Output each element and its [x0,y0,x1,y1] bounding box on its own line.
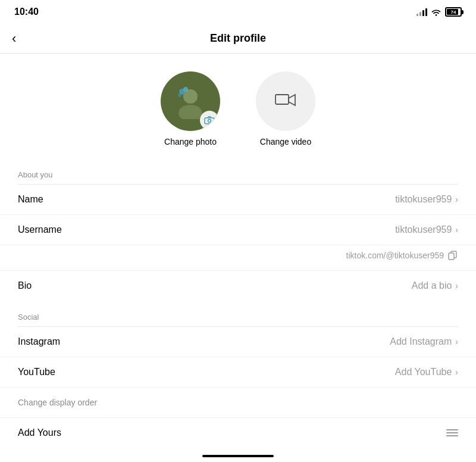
camera-overlay [200,111,219,130]
svg-rect-7 [275,95,289,104]
bio-label: Bio [18,280,32,291]
svg-point-1 [178,105,202,119]
bio-row[interactable]: Bio Add a bio › [0,271,476,301]
about-you-label: About you [0,170,476,179]
page-header: ‹ Edit profile [0,24,476,54]
instagram-chevron: › [455,337,458,346]
youtube-placeholder: Add YouTube [395,367,452,377]
status-time: 10:40 [14,7,39,17]
url-value: tiktok.com/@tiktokuser959 [346,251,444,260]
name-label: Name [18,194,43,205]
url-value-group: tiktok.com/@tiktokuser959 [346,250,458,261]
username-value: tiktokuser959 [395,224,452,235]
url-row: tiktok.com/@tiktokuser959 [0,245,476,271]
copy-icon[interactable] [447,250,458,261]
page-title: Edit profile [210,32,266,45]
bio-placeholder: Add a bio [412,280,452,291]
youtube-row[interactable]: YouTube Add YouTube › [0,357,476,387]
username-chevron: › [455,225,458,235]
youtube-chevron: › [455,367,458,377]
change-photo-label: Change photo [164,137,217,146]
wifi-icon [431,8,441,16]
change-display-order[interactable]: Change display order [0,387,476,417]
svg-rect-9 [449,253,454,260]
profile-video-circle[interactable] [256,71,315,131]
instagram-placeholder: Add Instagram [390,336,452,347]
name-row[interactable]: Name tiktokuser959 › [0,185,476,215]
instagram-value-group: Add Instagram › [390,336,458,347]
username-label: Username [18,224,62,235]
change-video-label: Change video [260,137,311,146]
social-section: Social Instagram Add Instagram › YouTube… [0,301,476,387]
about-you-section: About you Name tiktokuser959 › Username … [0,158,476,301]
instagram-label: Instagram [18,336,60,347]
svg-point-6 [208,120,211,123]
video-icon [275,93,296,110]
add-yours-row[interactable]: Add Yours [0,417,476,448]
instagram-row[interactable]: Instagram Add Instagram › [0,327,476,357]
signal-icon [416,8,427,16]
bio-value-group: Add a bio › [412,280,458,291]
add-yours-label: Add Yours [18,427,61,438]
camera-icon [204,116,215,124]
svg-point-4 [178,93,181,97]
svg-point-3 [183,87,188,92]
username-row[interactable]: Username tiktokuser959 › [0,215,476,245]
status-bar: 10:40 74 [0,0,476,24]
change-display-order-text: Change display order [18,398,97,407]
bio-chevron: › [455,281,458,291]
name-chevron: › [455,195,458,204]
change-photo-item[interactable]: Change photo [161,71,220,146]
profile-photo-circle[interactable] [161,71,220,131]
youtube-label: YouTube [18,367,55,377]
back-button[interactable]: ‹ [12,32,16,45]
youtube-value-group: Add YouTube › [395,367,458,377]
name-value-group: tiktokuser959 › [395,194,458,205]
status-icons: 74 [416,7,462,17]
profile-photos-section: Change photo Change video [0,54,476,158]
change-video-item[interactable]: Change video [256,71,315,146]
name-value: tiktokuser959 [395,194,452,205]
home-indicator [202,455,274,457]
social-label: Social [0,313,476,321]
battery-icon: 74 [445,7,462,17]
svg-rect-5 [205,118,214,124]
username-value-group: tiktokuser959 › [395,224,458,235]
menu-icon [446,429,458,436]
